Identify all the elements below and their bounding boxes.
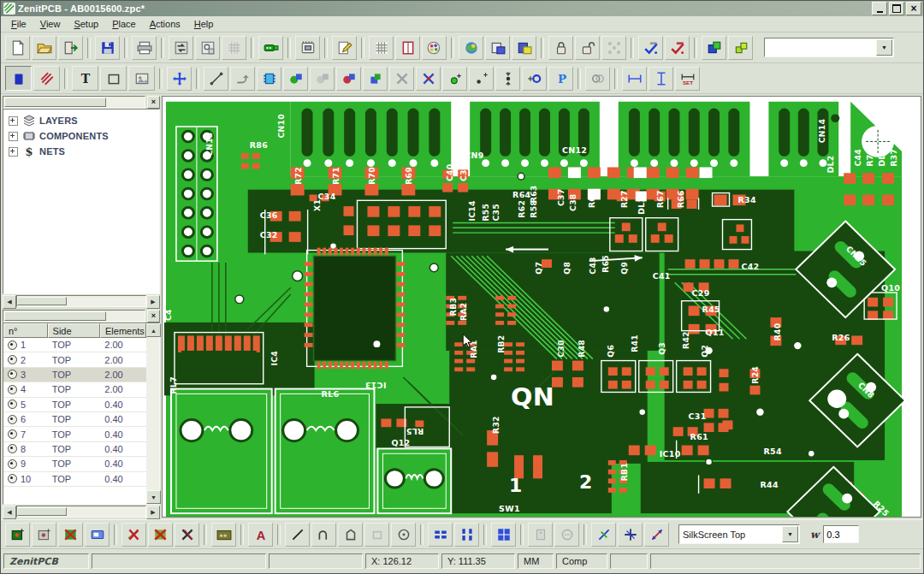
pad-add-green-button[interactable]: [5, 523, 30, 547]
move-tool-button[interactable]: [167, 67, 192, 91]
view-3d-button[interactable]: [459, 36, 483, 60]
drc-red-button[interactable]: [665, 36, 690, 60]
import-netlist-button[interactable]: [58, 36, 83, 60]
place-disabled-button[interactable]: [310, 67, 335, 91]
open-project-button[interactable]: [32, 36, 56, 60]
draw-circle-button[interactable]: [391, 523, 416, 547]
via-tool-button[interactable]: [522, 67, 547, 91]
expand-plus-icon[interactable]: [9, 132, 18, 141]
layer-visible-icon[interactable]: [8, 444, 17, 453]
draw-poly-button[interactable]: [338, 523, 363, 547]
measure-set-button[interactable]: SET: [675, 67, 700, 91]
library-book-button[interactable]: [395, 36, 420, 60]
layers-panel-grip[interactable]: ×: [3, 310, 160, 322]
layers-panel-close-button[interactable]: ×: [147, 310, 160, 323]
delete-gray-button[interactable]: [389, 67, 414, 91]
menu-item-setup[interactable]: Setup: [67, 17, 105, 31]
tree-panel-grip-track[interactable]: [3, 96, 145, 109]
expand-plus-icon[interactable]: [9, 116, 18, 126]
layer-visible-icon[interactable]: [8, 340, 17, 350]
panel-blue-button[interactable]: [85, 523, 110, 547]
pcb-layout[interactable]: CN13R86CN10R72C34R71R70R69CN9C40C39R64R6…: [163, 97, 921, 517]
tree-item-components[interactable]: COMPONENTS: [9, 128, 159, 144]
maximize-button[interactable]: [889, 2, 904, 15]
minimize-button[interactable]: [872, 2, 887, 15]
delete-red-button[interactable]: [416, 67, 441, 91]
layers-table-header[interactable]: n°SideElements: [3, 323, 146, 338]
net-arrow-button[interactable]: [644, 523, 669, 547]
layer-visible-icon[interactable]: [8, 459, 17, 469]
layers-table-hscrollbar[interactable]: ◀ ▶: [3, 506, 160, 518]
print-button[interactable]: [132, 36, 157, 60]
tree-item-layers[interactable]: LAYERS: [9, 113, 159, 128]
pour-tool-button[interactable]: P: [548, 67, 573, 91]
snap-disabled-button[interactable]: [601, 36, 626, 60]
measure-h-button[interactable]: [622, 67, 647, 91]
layer-visible-icon[interactable]: [8, 474, 17, 483]
track-del-3-button[interactable]: [175, 523, 199, 547]
menu-item-file[interactable]: File: [4, 17, 33, 31]
dis-btn-2-button[interactable]: [554, 523, 579, 547]
width-input[interactable]: [823, 525, 859, 543]
tree-panel-grip[interactable]: ×: [3, 96, 160, 108]
track-del-1-button[interactable]: [121, 523, 146, 547]
toolbar-combo-dropdown-button[interactable]: ▼: [876, 39, 892, 56]
close-button[interactable]: ×: [906, 2, 921, 15]
menu-item-place[interactable]: Place: [105, 17, 143, 31]
table-scroll-up-button[interactable]: ▲: [146, 323, 161, 337]
drc-blue-button[interactable]: [638, 36, 663, 60]
measure-v-button[interactable]: [649, 67, 673, 91]
layer-row-9[interactable]: 9TOP0.40: [3, 457, 146, 471]
pads-row-button[interactable]: [428, 523, 453, 547]
place-copy-button[interactable]: [363, 67, 388, 91]
table-scroll-left-button[interactable]: ◀: [3, 506, 16, 519]
pad-dot-small-button[interactable]: [469, 67, 494, 91]
layer-row-8[interactable]: 8TOP0.40: [3, 442, 146, 457]
tree-item-nets[interactable]: $NETS: [9, 144, 159, 159]
layers-panel-grip-track[interactable]: [3, 310, 145, 323]
layer-row-1[interactable]: 1TOP2.00: [3, 338, 146, 352]
layer-colors-button[interactable]: [422, 36, 447, 60]
layer-visible-icon[interactable]: [8, 355, 17, 364]
grid-disabled-button[interactable]: [222, 36, 246, 60]
layer-visible-icon[interactable]: [8, 399, 17, 409]
connector-tool-button[interactable]: [258, 36, 283, 60]
board-settings-button[interactable]: [195, 36, 220, 60]
toolbar-combo[interactable]: ▼: [764, 38, 894, 57]
hatch-tool-button[interactable]: [33, 66, 60, 91]
pad-add-gray-button[interactable]: [32, 523, 56, 547]
gerber-blue-button[interactable]: [485, 36, 510, 60]
gerber-yellow-button[interactable]: [512, 36, 536, 60]
highlight-a-button[interactable]: A: [248, 523, 273, 547]
layer-row-7[interactable]: 7TOP0.40: [3, 427, 146, 441]
layer-row-4[interactable]: 4TOP2.00: [3, 382, 146, 397]
layer-visible-icon[interactable]: [8, 385, 17, 394]
route-tool-button[interactable]: [230, 67, 255, 91]
menu-item-view[interactable]: View: [33, 17, 68, 31]
layer-row-2[interactable]: 2TOP2.00: [3, 352, 146, 367]
lock-tool-button[interactable]: [548, 36, 573, 60]
table-scroll-down-button[interactable]: ▼: [146, 490, 161, 504]
menu-item-actions[interactable]: Actions: [143, 17, 187, 31]
pcb-canvas[interactable]: CN13R86CN10R72C34R71R70R69CN9C40C39R64R6…: [162, 96, 921, 518]
column-header-2[interactable]: Elements: [100, 323, 146, 338]
pad-move-button[interactable]: [495, 67, 520, 91]
title-bar[interactable]: ZenitPCB - AB0015600.zpc* ×: [1, 1, 923, 16]
redraw-view-button[interactable]: [169, 36, 193, 60]
layer-visible-icon[interactable]: [8, 370, 17, 379]
layer-fill-button[interactable]: [5, 66, 32, 91]
place-component-button[interactable]: [283, 67, 308, 91]
image-tool-button[interactable]: [128, 66, 155, 91]
dis-btn-1-button[interactable]: [528, 523, 553, 547]
layer-row-10[interactable]: 10TOP0.40: [3, 472, 146, 487]
footprint-tool-button[interactable]: [295, 36, 320, 60]
tree-scroll-right-button[interactable]: ▶: [146, 295, 160, 309]
place-red-button[interactable]: [336, 67, 361, 91]
layer-row-3[interactable]: 3TOP2.00: [3, 368, 146, 382]
grid-setup-button[interactable]: [369, 36, 394, 60]
board-olive-button[interactable]: [211, 523, 236, 547]
tree-scroll-left-button[interactable]: ◀: [3, 295, 16, 309]
pad-del-x-button[interactable]: [58, 523, 83, 547]
tree-hscrollbar[interactable]: ◀ ▶: [3, 295, 160, 307]
draw-rect-dis-button[interactable]: [364, 523, 389, 547]
